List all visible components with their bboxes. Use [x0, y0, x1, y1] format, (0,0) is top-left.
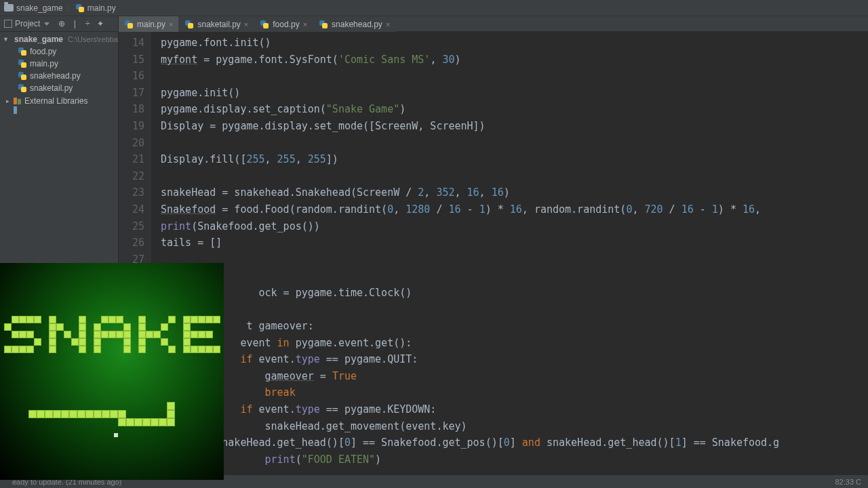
tree-root-path: C:\Users\rebba: [68, 35, 118, 43]
external-libs-label: External Libraries: [24, 96, 87, 106]
tree-file[interactable]: main.py: [3, 58, 118, 70]
project-label: Project: [15, 19, 40, 28]
snake-title: [4, 316, 220, 353]
tree-file-name: snaketail.py: [30, 83, 73, 93]
editor-area: 1415161718192021222324252627282930313233…: [119, 32, 868, 474]
project-tree: ▼ snake_game C:\Users\rebba food.pymain.…: [0, 33, 118, 107]
close-icon[interactable]: ×: [303, 20, 307, 28]
python-icon: [184, 20, 194, 29]
tab-main-py[interactable]: main.py×: [119, 16, 179, 32]
tab-label: food.py: [273, 20, 299, 29]
python-icon: [75, 3, 85, 13]
tree-root[interactable]: ▼ snake_game C:\Users\rebba: [3, 33, 118, 45]
chevron-down-icon[interactable]: ▼: [3, 36, 9, 43]
python-icon: [18, 71, 27, 81]
close-icon[interactable]: ×: [386, 20, 390, 28]
python-icon: [18, 47, 27, 56]
breadcrumb-folder[interactable]: snake_game: [16, 3, 63, 13]
libraries-icon: [14, 97, 22, 105]
project-dropdown[interactable]: Project: [0, 16, 54, 32]
tab-food-py[interactable]: food.py×: [254, 16, 313, 32]
chevron-down-icon: [44, 22, 50, 26]
python-icon: [18, 83, 27, 93]
code-editor[interactable]: 1415161718192021222324252627282930313233…: [119, 32, 868, 474]
python-icon: [18, 59, 27, 68]
editor-tabs: main.py×snaketail.py×food.py×snakehead.p…: [119, 16, 396, 32]
breadcrumb: snake_game 〉 main.py: [0, 0, 868, 16]
tab-label: main.py: [137, 20, 165, 29]
folder-icon: [4, 4, 14, 12]
tree-file-name: food.py: [30, 47, 56, 56]
divider-icon: |: [69, 18, 80, 29]
settings-icon[interactable]: ✦: [95, 18, 106, 29]
python-icon: [319, 20, 328, 29]
python-icon: [124, 20, 134, 29]
tree-file[interactable]: snakehead.py: [3, 70, 118, 82]
snake-game-overlay: [0, 263, 224, 480]
gear-icon[interactable]: ⊕: [56, 18, 67, 29]
close-icon[interactable]: ×: [169, 20, 173, 28]
project-toolbar: Project ⊕ | ÷ ✦: [0, 16, 119, 31]
tab-snaketail-py[interactable]: snaketail.py×: [179, 16, 254, 32]
cursor-position: 82:33 C: [835, 478, 868, 486]
close-icon[interactable]: ×: [244, 20, 248, 28]
python-icon: [260, 20, 269, 29]
breadcrumb-file[interactable]: main.py: [87, 3, 116, 13]
tree-file[interactable]: snaketail.py: [3, 82, 118, 94]
project-tool-icons: ⊕ | ÷ ✦: [54, 18, 108, 29]
tree-file-name: main.py: [30, 59, 58, 68]
tab-label: snakehead.py: [332, 20, 382, 29]
code-content[interactable]: pygame.font.init()myfont = pygame.font.S…: [151, 32, 868, 474]
project-icon: [4, 20, 12, 28]
chevron-right-icon[interactable]: ▸: [4, 98, 11, 104]
snake-food: [114, 433, 118, 437]
collapse-icon[interactable]: ÷: [82, 18, 93, 29]
tree-root-name: snake_game: [14, 35, 63, 44]
tree-file-name: snakehead.py: [30, 71, 81, 81]
chevron-right-icon: 〉: [66, 3, 73, 13]
external-libraries[interactable]: ▸ External Libraries: [3, 95, 118, 107]
tab-snakehead-py[interactable]: snakehead.py×: [313, 16, 396, 32]
tab-label: snaketail.py: [197, 20, 240, 29]
snake-body: [28, 402, 175, 437]
tree-file[interactable]: food.py: [3, 45, 118, 58]
toolbar-row: Project ⊕ | ÷ ✦ main.py×snaketail.py×foo…: [0, 16, 868, 32]
